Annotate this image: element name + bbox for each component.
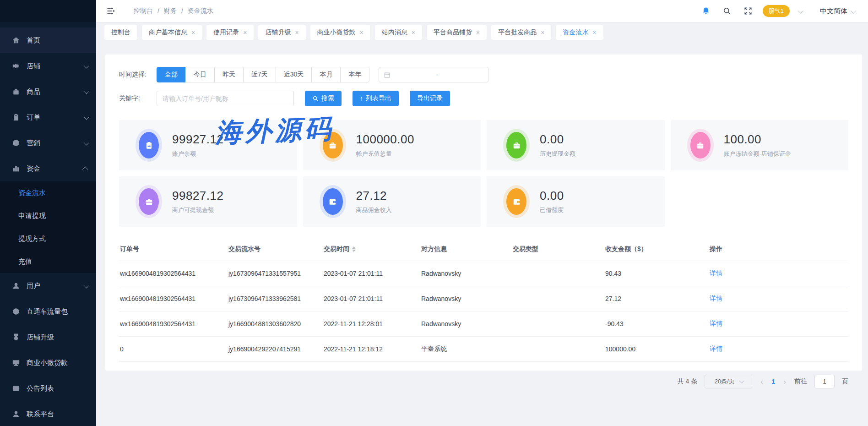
tab-console[interactable]: 控制台 [104, 25, 137, 40]
sidebar-item-recharge[interactable]: 充值 [0, 250, 96, 273]
breadcrumb-item[interactable]: 控制台 [134, 7, 153, 15]
tab-platform-wholesale[interactable]: 平台批发商品× [491, 25, 551, 40]
current-page[interactable]: 1 [771, 378, 775, 385]
tab-shop-upgrade[interactable]: 店铺升级× [258, 25, 305, 40]
time-option-30days[interactable]: 近30天 [276, 67, 312, 82]
time-option-today[interactable]: 今日 [185, 67, 215, 82]
stat-icon-halo [320, 185, 346, 218]
sidebar-item-announcements[interactable]: 公告列表 [0, 376, 96, 401]
date-range-picker[interactable]: - [379, 67, 488, 82]
withdrawable-icon [139, 188, 159, 215]
funds-submenu: 资金流水 申请提现 提现方式 充值 [0, 181, 96, 273]
time-option-all[interactable]: 全部 [157, 67, 186, 82]
keyword-input[interactable] [157, 91, 294, 106]
close-icon[interactable]: × [541, 29, 544, 36]
sidebar-item-orders[interactable]: 订单 [0, 104, 96, 130]
sidebar-item-label: 商业小微贷款 [27, 359, 68, 367]
stat-value: 0.00 [540, 189, 564, 203]
col-time[interactable]: 交易时间 [323, 238, 420, 261]
detail-link[interactable]: 详情 [710, 320, 722, 327]
close-icon[interactable]: × [191, 29, 195, 36]
stat-card-frozen-deposit: 100.00账户冻结金额-店铺保证金 [671, 120, 849, 170]
detail-link[interactable]: 详情 [710, 295, 722, 302]
recharge-total-icon [323, 132, 343, 158]
table-row: wx1669004819302564431 jy1673096471331557… [119, 261, 848, 286]
language-selector[interactable]: 中文简体 [820, 7, 855, 16]
chevron-down-icon [84, 139, 90, 145]
sidebar-item-withdraw-apply[interactable]: 申请提现 [0, 204, 96, 227]
cell-time: 2022-11-21 12:28:01 [323, 311, 420, 337]
bell-icon[interactable] [701, 6, 711, 16]
tab-micro-loan[interactable]: 商业小微贷款× [310, 25, 370, 40]
cell-time: 2023-01-07 21:01:11 [323, 286, 420, 311]
sidebar-item-funds[interactable]: 资金 [0, 156, 96, 181]
sidebar-item-contact-platform[interactable]: 联系平台 [0, 401, 96, 426]
close-icon[interactable]: × [412, 29, 415, 36]
export-list-button[interactable]: ↑ 列表导出 [353, 91, 399, 106]
breadcrumb-item[interactable]: 财务 [164, 7, 177, 15]
sidebar-item-micro-loan[interactable]: 商业小微贷款 [0, 350, 96, 376]
sidebar-item-withdraw-method[interactable]: 提现方式 [0, 227, 96, 250]
table-row: wx1669004819302564431 jy1673096471333962… [119, 286, 848, 311]
chevron-down-icon[interactable] [798, 8, 803, 13]
sidebar-item-home[interactable]: 首页 [0, 27, 96, 53]
home-icon [12, 36, 20, 44]
sidebar-item-shop-upgrade[interactable]: 店铺升级 [0, 324, 96, 350]
tab-merchant-info[interactable]: 商户基本信息× [142, 25, 202, 40]
stat-icon-halo [320, 129, 346, 162]
tab-usage-record[interactable]: 使用记录× [206, 25, 254, 40]
sidebar-item-label: 直通车流量包 [27, 307, 68, 316]
detail-link[interactable]: 详情 [710, 269, 722, 277]
cell-flow-no: jy1669004881303602820 [228, 311, 323, 337]
user-badge[interactable]: 服气1 [763, 5, 790, 17]
stat-icon-halo [136, 185, 162, 218]
goto-page-input[interactable] [814, 375, 835, 388]
tab-label: 使用记录 [213, 28, 239, 37]
stat-card-withdraw-history: 0.00历史提现金额 [487, 120, 665, 170]
export-record-button[interactable]: 导出记录 [410, 91, 450, 106]
goto-label: 前往 [794, 377, 807, 386]
prev-page-button[interactable]: ‹ [760, 377, 764, 387]
detail-link[interactable]: 详情 [710, 345, 722, 352]
calendar-icon [384, 71, 391, 78]
menu-fold-icon[interactable] [106, 6, 115, 16]
time-option-this-year[interactable]: 本年 [340, 67, 369, 82]
fullscreen-icon[interactable] [743, 6, 753, 16]
sidebar-item-fund-flow[interactable]: 资金流水 [0, 181, 96, 204]
sidebar-item-marketing[interactable]: 营銷 [0, 130, 96, 156]
cell-type [512, 311, 604, 337]
submenu-label: 充值 [18, 257, 32, 266]
sidebar-item-shop[interactable]: 店铺 [0, 53, 96, 79]
tab-label: 控制台 [111, 28, 130, 37]
search-icon [312, 95, 319, 102]
close-icon[interactable]: × [243, 29, 247, 36]
search-button[interactable]: 搜索 [305, 91, 342, 106]
search-icon[interactable] [722, 6, 732, 16]
cell-time: 2022-11-21 12:18:12 [323, 337, 420, 362]
commission-income-icon [323, 188, 343, 215]
close-icon[interactable]: × [592, 29, 596, 36]
sidebar-item-traffic-package[interactable]: 直通车流量包 [0, 299, 96, 324]
close-icon[interactable]: × [360, 29, 363, 36]
sort-icon[interactable] [352, 246, 356, 252]
search-button-label: 搜索 [321, 94, 334, 103]
page-size-select[interactable]: 20条/页 [705, 375, 752, 388]
time-segment-group: 全部 今日 昨天 近7天 近30天 本月 本年 [157, 67, 369, 82]
close-icon[interactable]: × [476, 29, 480, 36]
stat-label: 已借额度 [540, 206, 564, 214]
tab-fund-flow[interactable]: 资金流水× [556, 25, 603, 40]
export-list-label: 列表导出 [366, 94, 391, 103]
sidebar-item-goods[interactable]: 商品 [0, 79, 96, 104]
time-option-this-month[interactable]: 本月 [311, 67, 341, 82]
tab-platform-distribute[interactable]: 平台商品铺货× [427, 25, 487, 40]
tab-site-message[interactable]: 站内消息× [375, 25, 422, 40]
next-page-button[interactable]: › [782, 377, 787, 387]
breadcrumb: 控制台 / 财务 / 资金流水 [134, 7, 213, 15]
time-option-7days[interactable]: 近7天 [243, 67, 276, 82]
sidebar-item-users[interactable]: 用户 [0, 273, 96, 299]
page-suffix: 页 [842, 377, 848, 386]
close-icon[interactable]: × [295, 29, 298, 36]
time-option-yesterday[interactable]: 昨天 [214, 67, 244, 82]
user-icon [12, 282, 20, 290]
gear-icon [12, 62, 20, 70]
